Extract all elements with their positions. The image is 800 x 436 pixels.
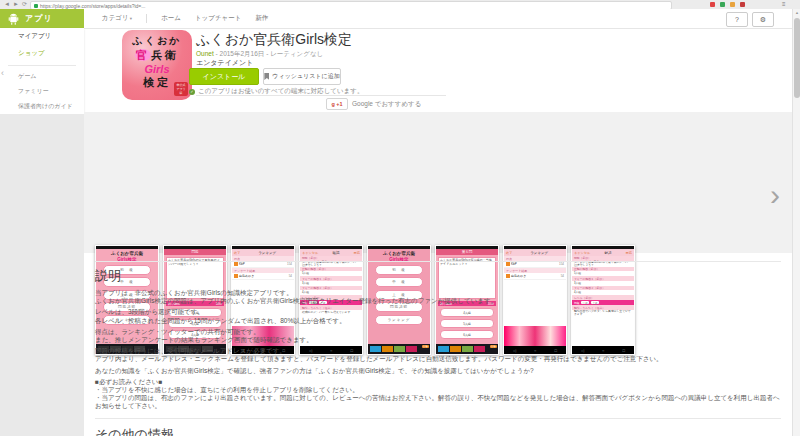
bar-left-action: 終了 (234, 251, 240, 255)
bar-left-action: キャンセル (574, 251, 590, 255)
description-body: 当アプリは、非公式のふくおか官兵衛Girlsの知識検定アプリです。ふくおか官兵衛… (95, 289, 785, 414)
description-paragraph-group: 当アプリは、非公式のふくおか官兵衛Girlsの知識検定アプリです。ふくおか官兵衛… (95, 289, 785, 305)
description-line: 問題の投稿を行うには、受信可能なメールアドレスが必要です。 (95, 347, 785, 355)
mini-title-bar: キャンセル解説投稿 (572, 249, 634, 256)
wishlist-label: ウィッシュリストに追加 (272, 72, 339, 81)
browser-back-icon[interactable]: ◄ (4, 0, 10, 9)
list-item-value: 154 (287, 262, 292, 266)
bar-right-action: 投稿 (354, 251, 360, 255)
divider (196, 95, 446, 96)
store-section-badge[interactable]: アプリ (0, 9, 84, 28)
bookmark-icon (264, 73, 269, 80)
description-paragraph-group: 問題の投稿を行うには、受信可能なメールアドレスが必要です。アプリ内より、メールア… (95, 347, 785, 363)
app-icon-stamp: 非公式アプリ版 (174, 82, 188, 96)
description-line: 得点は、ランキング・ツイッターでの共有が可能です。 (95, 328, 785, 336)
description-line: 各レベル、投稿された全問題から15問がランダムで出題され、80%以上が合格です。 (95, 317, 785, 325)
browser-extension-icon[interactable] (710, 2, 715, 7)
scrollbar-thumb[interactable] (794, 18, 800, 98)
carousel-next-arrow[interactable]: › (770, 178, 780, 212)
mini-quiz-title: 第５問 (436, 249, 498, 255)
description-line: ふくおか官兵衛Girls検定の問題は、アプリ内のふくおか官兵衛Girls検定問題… (95, 297, 785, 305)
left-gutter (0, 114, 84, 436)
google-plusone-button[interactable]: g +1 (326, 98, 348, 110)
bar-title: 確認 (320, 251, 351, 255)
browser-extension-icon[interactable] (720, 2, 725, 7)
bar-left-action: キャンセル (302, 251, 318, 255)
description-paragraph-group: レベルは、3段階から選択可能です。各レベル、投稿された全問題から15問がランダム… (95, 308, 785, 324)
android-robot-icon (8, 13, 19, 25)
sidebar-item-0[interactable]: マイアプリ (0, 28, 84, 45)
nav-item-0[interactable]: カテゴリ ▾ (102, 14, 147, 23)
mini-title-bar: 終了ランキング (232, 249, 294, 256)
description-line: また、推しメンアンケートの結果もランキング画面で随時確認できます。 (95, 336, 785, 344)
https-lock-icon (34, 4, 38, 8)
sidebar-item-4[interactable]: 保護者向けのガイド (0, 99, 84, 114)
description-line: アプリ内より、メールアドレス・ニックネームを登録して頂きますと、パスワードを登録… (95, 355, 785, 363)
sidebar-item-2[interactable]: ゲーム (0, 69, 84, 84)
nav-item-3[interactable]: 新作 (255, 14, 268, 23)
description-line: 当アプリは、非公式のふくおか官兵衛Girlsの知識検定アプリです。 (95, 289, 785, 297)
scrollbar-up-icon[interactable]: ▲ (793, 9, 800, 17)
mini-list-item: KbP154 (232, 261, 294, 268)
divider (95, 261, 781, 262)
mini-list-item: 白鳥あゆき54 (232, 273, 294, 280)
bar-right-action: 投稿 (626, 251, 632, 255)
browser-refresh-icon[interactable]: ⟳ (22, 0, 27, 9)
description-line: ・当アプリの問題は、有志のファンにより出題されています。問題に対しての、レビュー… (95, 394, 785, 410)
plusone-label: Google でおすすめする (352, 100, 421, 109)
app-icon: ふくおか 官兵衛 Girls 検定 非公式アプリ版 (122, 30, 192, 100)
install-button[interactable]: インストール (189, 68, 259, 85)
list-item-icon (506, 274, 510, 278)
content-rating: レーティングなし (270, 50, 323, 57)
description-line: あなたの知識を「ふくおか官兵衛Girls検定」で確認し、強者ファンの方は「ふくお… (95, 367, 785, 375)
list-item-label: 白鳥あゆき (239, 274, 254, 278)
description-paragraph-group: 得点は、ランキング・ツイッターでの共有が可能です。また、推しメンアンケートの結果… (95, 328, 785, 344)
browser-forward-icon[interactable]: ► (13, 0, 19, 9)
app-title: ふくおか官兵衛Girls検定 (196, 31, 352, 49)
app-category-link[interactable]: エンタテイメント (196, 58, 253, 68)
description-paragraph-group: あなたの知識を「ふくおか官兵衛Girls検定」で確認し、強者ファンの方は「ふくお… (95, 367, 785, 375)
sidebar: マイアプリショップゲームファミリー保護者向けのガイドエディターのおすすめ (0, 28, 84, 114)
mini-quiz-title: 問題 (164, 249, 226, 255)
header-nav: カテゴリ ▾ホームトップチャート新作 (102, 9, 268, 28)
mini-list-item: KbP154 (504, 261, 566, 268)
description-line: ■必ずお読みください■ (95, 378, 785, 386)
url-text: https://play.google.com/store/apps/detai… (40, 3, 145, 9)
list-item-value: 54 (289, 274, 292, 278)
list-item-icon (234, 274, 238, 278)
screenshot-carousel: ふくおか官兵衛Girls検定初 級中 級上 級問題説明ランキング問題ふくおか官兵… (84, 112, 792, 253)
sidebar-divider (8, 65, 76, 66)
page-scrollbar[interactable]: ▲ (792, 9, 800, 436)
bar-left-action: 終了 (506, 251, 512, 255)
help-button[interactable]: ? (726, 12, 748, 27)
list-item-label: KbP (239, 262, 245, 266)
bar-title: ランキング (514, 251, 564, 255)
mini-menu-button: 初 級 (375, 265, 423, 275)
sidebar-collapse-arrow[interactable]: ‹ (1, 68, 4, 78)
description-line: レベルは、3段階から選択可能です。 (95, 308, 785, 316)
settings-gear-button[interactable]: ⚙ (752, 12, 774, 27)
nav-item-2[interactable]: トップチャート (195, 14, 241, 23)
mini-title-bar: 終了ランキング (504, 249, 566, 256)
mini-menu-button: 中 級 (375, 277, 423, 287)
browser-extension-icon[interactable] (730, 2, 735, 7)
browser-extension-icon[interactable] (740, 2, 745, 7)
additional-info-heading: その他の情報 (95, 426, 174, 436)
mini-title-bar: キャンセル確認投稿 (300, 249, 362, 256)
list-item-label: KbP (511, 262, 517, 266)
mini-list-item: 白鳥あゆき54 (504, 273, 566, 280)
developer-link[interactable]: Ounet (196, 50, 214, 57)
list-item-value: 54 (561, 274, 564, 278)
wishlist-button[interactable]: ウィッシュリストに追加 (263, 68, 341, 85)
play-store-header: アプリ カテゴリ ▾ホームトップチャート新作 ? ⚙ (0, 9, 792, 29)
browser-menu-icon[interactable]: ≡ (782, 1, 786, 7)
bar-title: ランキング (242, 251, 292, 255)
description-paragraph-group: ■必ずお読みください■・当アプリを不快に感じた場合は、直ちにその利用を停止しアプ… (95, 378, 785, 411)
sidebar-item-1[interactable]: ショップ (0, 45, 84, 62)
chevron-down-icon: ▾ (129, 16, 133, 21)
sidebar-item-3[interactable]: ファミリー (0, 84, 84, 99)
bar-title: 解説 (592, 251, 623, 255)
app-icon-text: 官兵衛 (122, 48, 192, 63)
nav-item-1[interactable]: ホーム (161, 14, 181, 23)
check-icon: ✓ (189, 89, 195, 95)
